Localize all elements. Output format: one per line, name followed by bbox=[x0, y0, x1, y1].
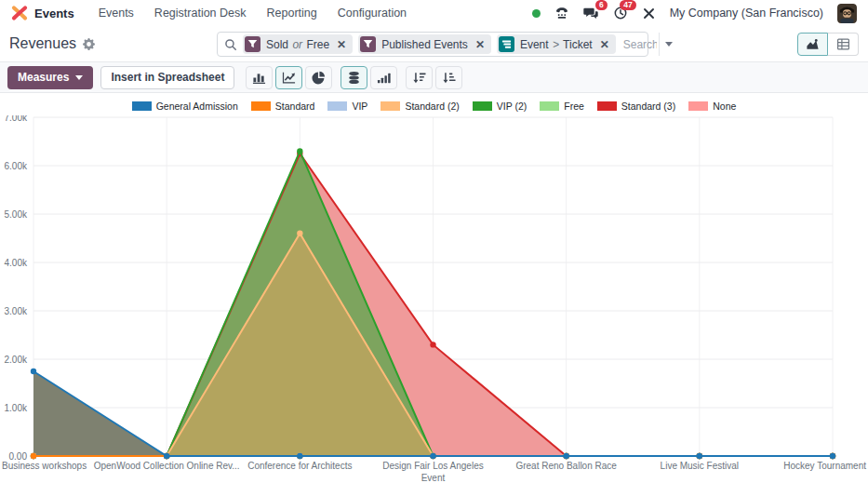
measures-button[interactable]: Measures bbox=[7, 66, 93, 89]
user-avatar[interactable] bbox=[837, 4, 857, 23]
developer-tools-icon[interactable] bbox=[642, 7, 656, 20]
activities-clock-icon[interactable]: 47 bbox=[613, 6, 628, 20]
chart-area: General AdmissionStandardVIPStandard (2)… bbox=[0, 97, 868, 482]
legend-item[interactable]: Standard (2) bbox=[381, 101, 459, 112]
menu-registration-desk[interactable]: Registration Desk bbox=[154, 7, 247, 20]
chart-legend: General AdmissionStandardVIPStandard (2)… bbox=[0, 97, 868, 115]
sort-ascending-button[interactable] bbox=[435, 66, 462, 89]
systray: 6 47 My Company (San Francisco) bbox=[532, 4, 857, 23]
legend-swatch bbox=[251, 101, 271, 111]
legend-item[interactable]: Standard (3) bbox=[597, 101, 675, 112]
voip-phone-icon[interactable] bbox=[554, 6, 569, 20]
legend-item[interactable]: VIP bbox=[327, 101, 367, 112]
menu-configuration[interactable]: Configuration bbox=[338, 7, 407, 20]
pie-chart-icon bbox=[312, 71, 326, 85]
legend-label: General Admission bbox=[156, 101, 238, 112]
svg-text:Conference for Architects: Conference for Architects bbox=[247, 461, 352, 471]
legend-item[interactable]: Standard bbox=[251, 101, 315, 112]
messages-badge: 6 bbox=[595, 0, 608, 10]
svg-text:4.00k: 4.00k bbox=[5, 258, 28, 268]
line-chart-button[interactable] bbox=[275, 66, 302, 89]
facet-sold-or-free: Sold or Free ✕ bbox=[243, 34, 353, 54]
bar-chart-icon bbox=[252, 71, 266, 85]
legend-swatch bbox=[381, 101, 400, 111]
pivot-view-button[interactable] bbox=[828, 33, 859, 56]
filter-icon bbox=[245, 36, 260, 52]
svg-text:Hockey Tournament: Hockey Tournament bbox=[783, 461, 866, 471]
database-icon bbox=[347, 71, 361, 85]
ascending-bars-icon bbox=[377, 71, 391, 85]
company-name[interactable]: My Company (San Francisco) bbox=[670, 7, 823, 20]
legend-label: Free bbox=[564, 101, 584, 112]
cumulative-button[interactable] bbox=[370, 66, 397, 89]
search-icon bbox=[224, 38, 237, 51]
svg-text:Live Music Festival: Live Music Festival bbox=[661, 461, 739, 471]
sort-amount-asc-icon bbox=[442, 71, 456, 85]
legend-label: Standard (2) bbox=[405, 101, 459, 112]
svg-text:Design Fair Los Angeles: Design Fair Los Angeles bbox=[382, 461, 483, 471]
facet-groupby-event-ticket: Event > Ticket ✕ bbox=[497, 34, 616, 54]
main-menu: Events Registration Desk Reporting Confi… bbox=[99, 7, 407, 20]
area-chart-icon bbox=[806, 37, 820, 51]
search-dropdown-toggle[interactable] bbox=[659, 33, 678, 56]
svg-text:5.00k: 5.00k bbox=[5, 209, 28, 220]
stacked-toggle-button[interactable] bbox=[341, 66, 367, 89]
legend-label: VIP (2) bbox=[497, 101, 527, 112]
sort-descending-button[interactable] bbox=[406, 66, 433, 89]
svg-text:Business workshops: Business workshops bbox=[2, 461, 87, 471]
legend-item[interactable]: Free bbox=[540, 101, 584, 112]
graph-view-button[interactable] bbox=[797, 33, 828, 56]
view-switcher bbox=[797, 33, 859, 56]
legend-label: Standard bbox=[275, 101, 315, 112]
legend-item[interactable]: General Admission bbox=[132, 101, 238, 112]
remove-facet-icon[interactable]: ✕ bbox=[600, 39, 609, 50]
menu-events[interactable]: Events bbox=[99, 7, 134, 20]
bar-chart-button[interactable] bbox=[246, 66, 273, 89]
legend-swatch bbox=[132, 101, 152, 111]
insert-in-spreadsheet-button[interactable]: Insert in Spreadsheet bbox=[100, 66, 234, 89]
activities-badge: 47 bbox=[620, 0, 635, 10]
odoo-logo-icon bbox=[11, 5, 28, 21]
top-navbar: Events Events Registration Desk Reportin… bbox=[0, 0, 868, 26]
menu-reporting[interactable]: Reporting bbox=[267, 7, 317, 20]
svg-text:Event: Event bbox=[421, 473, 446, 482]
facet-published-events: Published Events ✕ bbox=[358, 34, 491, 54]
legend-label: VIP bbox=[352, 101, 367, 112]
svg-text:6.00k: 6.00k bbox=[5, 161, 28, 171]
search-input[interactable] bbox=[621, 37, 659, 52]
svg-text:1.00k: 1.00k bbox=[5, 403, 28, 413]
legend-item[interactable]: None bbox=[688, 101, 736, 112]
legend-swatch bbox=[473, 101, 492, 111]
legend-swatch bbox=[688, 101, 708, 111]
remove-facet-icon[interactable]: ✕ bbox=[475, 39, 485, 50]
legend-item[interactable]: VIP (2) bbox=[473, 101, 527, 112]
legend-swatch bbox=[540, 101, 559, 111]
svg-text:3.00k: 3.00k bbox=[5, 306, 28, 316]
page-title: Revenues bbox=[9, 35, 76, 52]
chart-canvas[interactable]: 0.001.00k2.00k3.00k4.00k5.00k6.00k7.00kB… bbox=[0, 115, 868, 482]
chevron-down-icon bbox=[665, 42, 673, 47]
facet-label: Sold or Free bbox=[266, 38, 329, 51]
facet-label: Event > Ticket bbox=[520, 38, 593, 51]
svg-text:Great Reno Ballon Race: Great Reno Ballon Race bbox=[515, 461, 617, 471]
pivot-table-icon bbox=[836, 37, 850, 51]
chevron-down-icon bbox=[75, 75, 83, 80]
svg-text:7.00k: 7.00k bbox=[5, 115, 28, 123]
control-panel: Revenues Sold or Free ✕ bbox=[0, 26, 868, 62]
actions-gear-icon[interactable] bbox=[83, 38, 95, 50]
breadcrumb: Revenues bbox=[9, 35, 95, 52]
app-name[interactable]: Events bbox=[34, 7, 74, 20]
pie-chart-button[interactable] bbox=[305, 66, 332, 89]
facet-label: Published Events bbox=[381, 38, 468, 51]
messages-icon[interactable]: 6 bbox=[583, 6, 599, 20]
legend-swatch bbox=[597, 101, 617, 111]
remove-facet-icon[interactable]: ✕ bbox=[337, 39, 346, 50]
graph-toolbar: Measures Insert in Spreadsheet bbox=[0, 62, 868, 93]
online-status-icon bbox=[532, 9, 541, 18]
search-bar: Sold or Free ✕ Published Events ✕ Event … bbox=[217, 32, 648, 57]
legend-label: None bbox=[713, 101, 736, 112]
events-app-icon[interactable] bbox=[11, 5, 28, 21]
svg-text:0.00: 0.00 bbox=[9, 451, 28, 462]
svg-text:2.00k: 2.00k bbox=[5, 355, 28, 365]
avatar-image bbox=[837, 4, 857, 23]
